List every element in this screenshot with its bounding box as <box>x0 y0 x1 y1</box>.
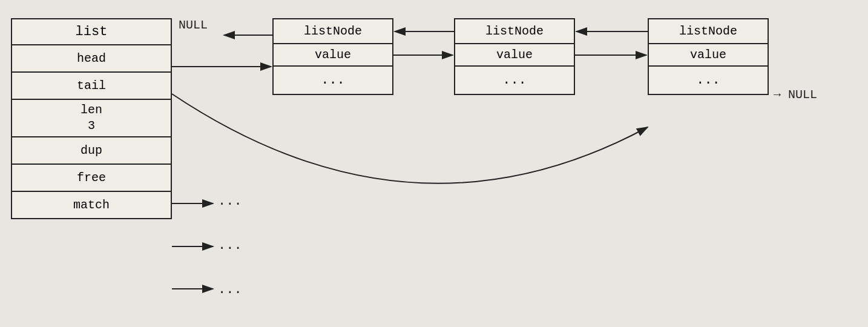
node2-value: value <box>455 44 574 67</box>
node-box-1: listNode value ... <box>272 18 393 95</box>
list-title: list <box>12 19 171 45</box>
arrow-tail-to-node3 <box>172 94 648 183</box>
node3-dots: ... <box>649 67 768 94</box>
list-row-free: free <box>12 165 171 192</box>
null-label-head: NULL <box>179 18 208 32</box>
match-dots: ... <box>218 282 242 297</box>
node1-value: value <box>274 44 392 67</box>
node1-title: listNode <box>274 19 392 44</box>
node-box-3: listNode value ... <box>648 18 769 95</box>
null-label-tail: → NULL <box>774 88 817 102</box>
list-row-head: head <box>12 45 171 73</box>
list-box: list head tail len3 dup free match <box>11 18 172 219</box>
free-dots: ... <box>218 238 242 253</box>
node2-title: listNode <box>455 19 574 44</box>
node3-value: value <box>649 44 768 67</box>
diagram-container: list head tail len3 dup free match listN… <box>0 0 868 327</box>
list-row-tail: tail <box>12 73 171 100</box>
node2-dots: ... <box>455 67 574 94</box>
node1-dots: ... <box>274 67 392 94</box>
dup-dots: ... <box>218 194 242 209</box>
list-row-len: len3 <box>12 100 171 137</box>
list-row-dup: dup <box>12 137 171 165</box>
node-box-2: listNode value ... <box>454 18 575 95</box>
node3-title: listNode <box>649 19 768 44</box>
list-row-match: match <box>12 192 171 218</box>
